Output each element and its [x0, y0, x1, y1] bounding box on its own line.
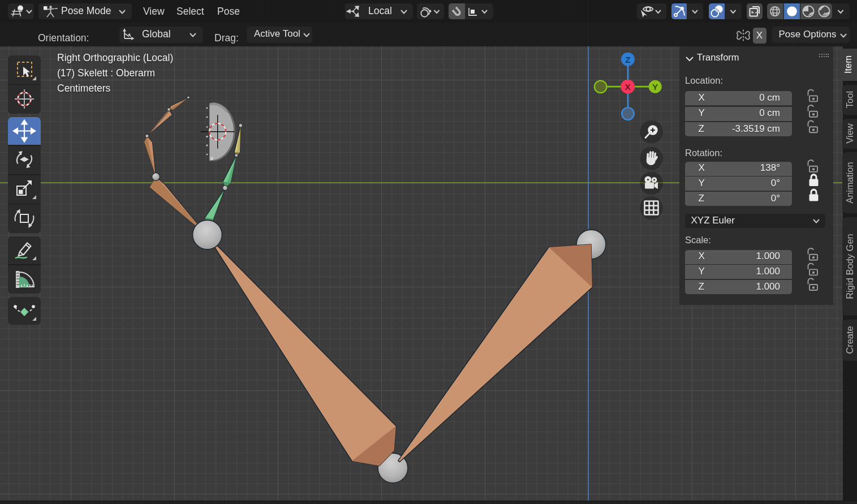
svg-text:Y: Y: [652, 82, 658, 92]
svg-text:X: X: [625, 82, 631, 92]
svg-text:Z: Z: [625, 55, 631, 64]
